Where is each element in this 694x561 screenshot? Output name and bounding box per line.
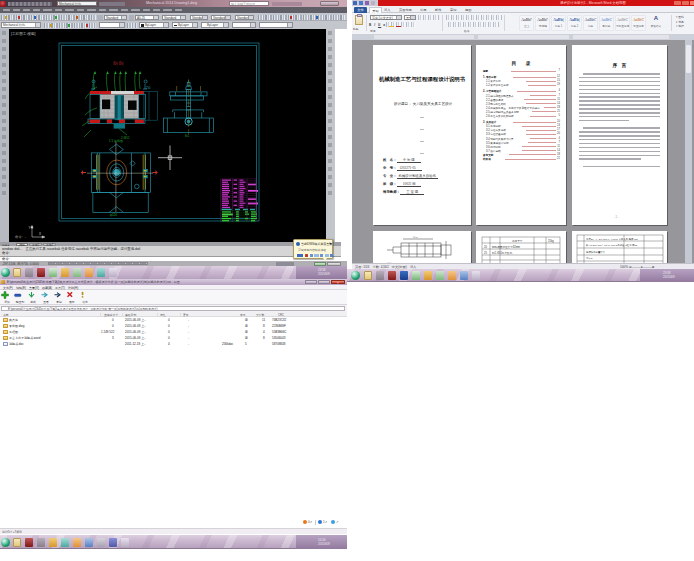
svg-text:车床加工余量计算: 车床加工余量计算 bbox=[586, 250, 606, 254]
svg-text:工序20：V=2㎡/min n=4.66r/s 专用夹具 铣: 工序20：V=2㎡/min n=4.66r/s 专用夹具 铣床X52 bbox=[586, 237, 638, 241]
svg-text:250: 250 bbox=[146, 86, 151, 90]
svg-text:B向: B向 bbox=[185, 134, 190, 138]
svg-text:根 45.27㎡/min²=5㎡/s 400V2高转速 2组: 根 45.27㎡/min²=5㎡/s 400V2高转速 2组 钻床Z3 bbox=[586, 243, 638, 247]
svg-text:Φ40: Φ40 bbox=[413, 236, 418, 239]
svg-text:均 3.2: 均 3.2 bbox=[585, 257, 593, 260]
svg-text:20: 20 bbox=[484, 245, 487, 249]
svg-text:钻2-Φ12孔并铰孔: 钻2-Φ12孔并铰孔 bbox=[491, 251, 513, 255]
svg-text:Y: Y bbox=[29, 226, 31, 230]
svg-text:精铣底面保证尺寸32mm: 精铣底面保证尺寸32mm bbox=[492, 245, 520, 249]
svg-text:工序卡片: 工序卡片 bbox=[512, 239, 523, 243]
svg-text:φ120: φ120 bbox=[110, 213, 117, 217]
svg-text:[工程图工:模型]: [工程图工:模型] bbox=[11, 31, 36, 36]
svg-text:命令: ＿: 命令: ＿ bbox=[15, 235, 27, 239]
svg-text:25: 25 bbox=[484, 251, 487, 255]
svg-text:1:1 比例图: 1:1 比例图 bbox=[109, 139, 123, 143]
svg-text:25kg: 25kg bbox=[548, 239, 554, 243]
svg-text:剖 剖: 剖 剖 bbox=[113, 61, 124, 66]
svg-text:X: X bbox=[39, 232, 41, 236]
